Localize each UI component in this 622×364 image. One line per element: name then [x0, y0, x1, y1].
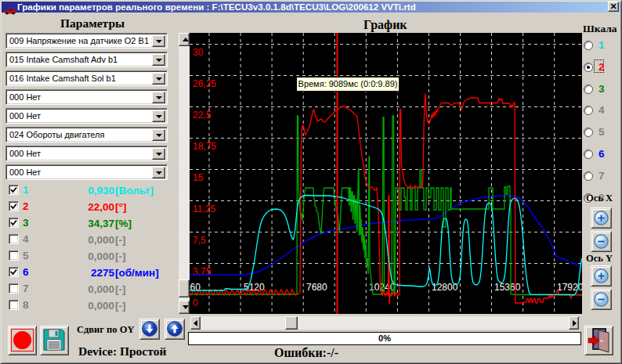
svg-text:60: 60	[190, 282, 201, 293]
svg-text:15: 15	[193, 172, 204, 183]
svg-text:26,25: 26,25	[193, 78, 216, 89]
svg-text:18,75: 18,75	[193, 141, 216, 152]
svg-text:30: 30	[193, 47, 204, 58]
svg-text:11,25: 11,25	[193, 204, 215, 214]
svg-text:7680: 7680	[306, 282, 327, 293]
svg-text:0: 0	[193, 297, 198, 308]
svg-text:7,5: 7,5	[193, 235, 206, 246]
svg-text:22,5: 22,5	[193, 110, 212, 121]
svg-text:15360: 15360	[494, 282, 521, 293]
